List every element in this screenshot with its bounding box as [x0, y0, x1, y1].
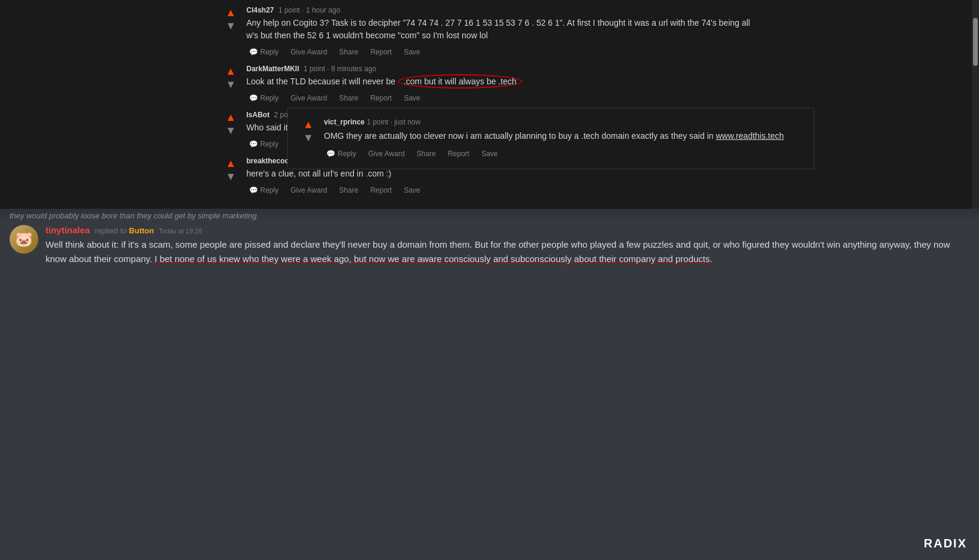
comment-thread: ▲ ▼ Cl4sh27 1 point · 1 hour ago Any hel… — [220, 0, 759, 209]
popup-downvote-button[interactable]: ▼ — [302, 131, 315, 144]
downvote-button-4[interactable]: ▼ — [225, 170, 238, 183]
popup-give-award-button[interactable]: Give Award — [366, 148, 407, 159]
comment-points-2: 1 point — [304, 65, 325, 73]
reply-button[interactable]: 💬 Reply — [247, 47, 281, 57]
comment-actions-4: 💬 Reply Give Award Share Report — [247, 185, 759, 196]
scrollbar-thumb[interactable] — [973, 18, 978, 66]
reply-button-2[interactable]: 💬 Reply — [247, 93, 281, 104]
popup-share-button[interactable]: Share — [414, 148, 438, 159]
upvote-button[interactable]: ▲ — [225, 6, 238, 19]
text-before-oval: Look at the TLD because it will never be — [247, 77, 398, 86]
popup-link[interactable]: www.readthis.tech — [716, 131, 784, 141]
chat-username[interactable]: tinytinalea — [46, 225, 90, 235]
upvote-button-4[interactable]: ▲ — [225, 157, 238, 170]
comment-time: 1 hour ago — [306, 6, 340, 14]
popup-overlay: ▲ ▼ vict_rprince 1 point · just now OMG … — [287, 108, 814, 169]
comment-row: ▲ ▼ Cl4sh27 1 point · 1 hour ago Any hel… — [220, 6, 759, 57]
comment-text: Any help on Cogito 3? Task is to deciphe… — [247, 17, 759, 42]
chat-text-underlined: I bet none of us knew who they were a we… — [154, 254, 712, 264]
vote-column-2: ▲ ▼ — [220, 65, 242, 104]
comment-body: Cl4sh27 1 point · 1 hour ago Any help on… — [247, 6, 759, 57]
vote-column: ▲ ▼ — [220, 6, 242, 57]
comment-text-2: Look at the TLD because it will never be… — [247, 75, 759, 88]
upvote-button-2[interactable]: ▲ — [225, 65, 238, 78]
popup-report-button[interactable]: Report — [445, 148, 472, 159]
downvote-button[interactable]: ▼ — [225, 19, 238, 32]
comment-username[interactable]: Cl4sh27 — [247, 6, 274, 14]
report-button[interactable]: Report — [368, 47, 394, 57]
popup-comment: ▲ ▼ vict_rprince 1 point · just now OMG … — [298, 118, 804, 159]
popup-time: just now — [394, 118, 420, 126]
comment-username-4[interactable]: breakthecock — [247, 157, 293, 165]
avatar: 🐷 — [10, 225, 38, 254]
share-button-4[interactable]: Share — [337, 185, 360, 196]
chat-icon: 💬 — [249, 48, 258, 56]
upvote-button-3[interactable]: ▲ — [225, 111, 238, 124]
downvote-button-2[interactable]: ▼ — [225, 78, 238, 91]
comment-meta: Cl4sh27 1 point · 1 hour ago — [247, 6, 759, 14]
popup-text: OMG they are actually too clever now i a… — [324, 130, 804, 142]
comment-meta-2: DarkMatterMKII 1 point · 8 minutes ago — [247, 65, 759, 73]
chat-message-body: tinytinalea replied to Button Today at 1… — [46, 225, 969, 266]
reddit-section: ▲ ▼ Cl4sh27 1 point · 1 hour ago Any hel… — [0, 0, 979, 209]
comment-username-2[interactable]: DarkMatterMKII — [247, 65, 299, 73]
popup-reply-button[interactable]: 💬 Reply — [324, 148, 359, 159]
chat-text: Well think about it: if it's a scam, som… — [46, 238, 969, 266]
report-button-2[interactable]: Report — [368, 93, 394, 104]
downvote-button-3[interactable]: ▼ — [225, 124, 238, 137]
save-button[interactable]: Save — [401, 47, 422, 57]
popup-meta: vict_rprince 1 point · just now — [324, 118, 804, 126]
give-award-button[interactable]: Give Award — [288, 47, 329, 57]
comment-username-3[interactable]: IsABot — [247, 111, 270, 119]
popup-text-before: OMG they are actually too clever now i a… — [324, 131, 716, 141]
comment-time-2: 8 minutes ago — [331, 65, 376, 73]
comment-body-2: DarkMatterMKII 1 point · 8 minutes ago L… — [247, 65, 759, 104]
popup-upvote-button[interactable]: ▲ — [302, 118, 315, 131]
oval-highlight: .com but it will always be .tech — [398, 74, 522, 89]
chat-icon-2: 💬 — [249, 94, 258, 102]
scrollbar[interactable] — [972, 0, 979, 209]
popup-vote-col: ▲ ▼ — [298, 118, 319, 159]
popup-body: vict_rprince 1 point · just now OMG they… — [324, 118, 804, 159]
share-button-2[interactable]: Share — [337, 93, 360, 104]
save-button-4[interactable]: Save — [401, 185, 422, 196]
discord-section: they would probably loose bore than they… — [0, 209, 979, 560]
page-wrapper: ▲ ▼ Cl4sh27 1 point · 1 hour ago Any hel… — [0, 0, 979, 560]
chat-timestamp: Today at 19:28 — [159, 227, 202, 235]
comment-points: 1 point — [278, 6, 300, 14]
reply-button-4[interactable]: 💬 Reply — [247, 185, 281, 196]
save-button-2[interactable]: Save — [401, 93, 422, 104]
comment-row-2: ▲ ▼ DarkMatterMKII 1 point · 8 minutes a… — [220, 65, 759, 104]
report-button-4[interactable]: Report — [368, 185, 394, 196]
popup-points: 1 point — [366, 118, 388, 126]
give-award-button-2[interactable]: Give Award — [288, 93, 329, 104]
chat-icon-3: 💬 — [249, 140, 258, 148]
replied-to-username[interactable]: Button — [129, 226, 154, 235]
chat-replied-to: replied to Button — [95, 226, 154, 235]
comment-text-4: here's a clue, not all url's end in .com… — [247, 168, 759, 180]
comment-actions-2: 💬 Reply Give Award Share Report — [247, 93, 759, 104]
popup-actions: 💬 Reply Give Award Share Report — [324, 148, 804, 159]
share-button[interactable]: Share — [337, 47, 360, 57]
popup-chat-icon: 💬 — [326, 150, 335, 158]
chat-message: 🐷 tinytinalea replied to Button Today at… — [0, 220, 979, 271]
popup-save-button[interactable]: Save — [479, 148, 500, 159]
chat-message-header: tinytinalea replied to Button Today at 1… — [46, 225, 969, 235]
chat-fade-text: they would probably loose bore than they… — [0, 209, 979, 220]
radix-brand: RADIX — [924, 537, 967, 550]
chat-icon-4: 💬 — [249, 186, 258, 194]
vote-column-4: ▲ ▼ — [220, 157, 242, 196]
vote-column-3: ▲ ▼ — [220, 111, 242, 150]
comment-actions: 💬 Reply Give Award Share Report — [247, 47, 759, 57]
give-award-button-4[interactable]: Give Award — [288, 185, 329, 196]
reply-button-3[interactable]: 💬 Reply — [247, 139, 281, 150]
popup-username[interactable]: vict_rprince — [324, 118, 365, 126]
